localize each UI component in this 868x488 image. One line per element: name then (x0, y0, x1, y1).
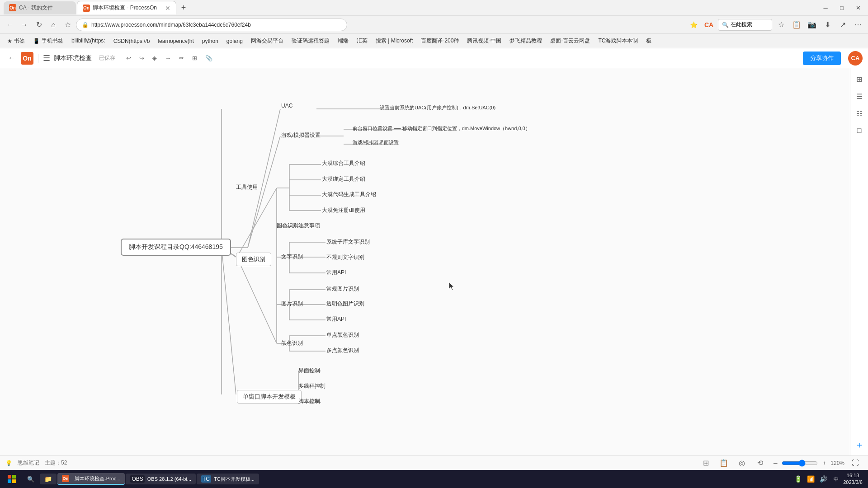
pattern-recog-node[interactable]: 图色识别 (236, 253, 271, 266)
zoom-out-button[interactable]: ─ (771, 459, 780, 468)
redo-button[interactable]: ↪ (136, 53, 148, 63)
bookmark-item-11[interactable]: 搜索 | Microsoft (372, 36, 416, 46)
zoom-in-button[interactable]: + (820, 459, 829, 468)
taskbar-search[interactable]: 🔍 (23, 471, 39, 487)
status-btn-3[interactable]: ◎ (735, 456, 749, 470)
home-button[interactable]: ⌂ (47, 19, 60, 31)
search-bar[interactable]: 🔍 在此搜索 (718, 19, 772, 31)
pen-tool-button[interactable]: ✏ (175, 53, 188, 63)
refresh-button[interactable]: ↻ (33, 19, 45, 31)
start-button[interactable] (2, 471, 22, 487)
game-child1[interactable]: 前台窗口位置设置 ── 移动指定窗口到指定位置，dm.MoveWindow（hw… (353, 125, 530, 132)
text-child2[interactable]: 不规则文字识别 (326, 253, 364, 261)
right-panel-btn-4[interactable]: □ (852, 123, 867, 138)
bookmark-item-2[interactable]: bilibili站(https: (68, 36, 109, 46)
bookmark-item-1[interactable]: 📱 手机书签 (29, 36, 67, 46)
close-button[interactable]: ✕ (852, 1, 864, 14)
text-recog-node[interactable]: 文字识别 (281, 253, 303, 261)
game-sim-node[interactable]: 游戏/模拟器设置 (281, 131, 321, 139)
text-child3[interactable]: 常用API (326, 269, 346, 277)
bookmark-button[interactable]: ☆ (61, 19, 74, 31)
undo-button[interactable]: ↩ (123, 53, 135, 63)
tool-child4[interactable]: 大漠免注册dll使用 (322, 206, 365, 214)
arrow-tool-button[interactable]: → (161, 53, 175, 63)
maximize-button[interactable]: □ (835, 1, 848, 14)
settings-button[interactable]: ⋯ (852, 19, 864, 31)
color-child1[interactable]: 单点颜色识别 (326, 331, 359, 339)
bookmark-item-6[interactable]: golang (223, 37, 246, 46)
screenshot-button[interactable]: 📷 (806, 19, 818, 31)
sw-child3[interactable]: 脚本控制 (298, 398, 320, 405)
bookmark-item-4[interactable]: learnopencv(ht (154, 37, 197, 46)
tab-active[interactable]: On 脚本环境检查 - ProcessOn ✕ (77, 1, 176, 14)
bookmark-item-9[interactable]: 端端 (334, 36, 352, 46)
status-btn-4[interactable]: ⟲ (753, 456, 767, 470)
theme-button[interactable]: ◈ (149, 53, 160, 63)
tool-use-node[interactable]: 工具使用 (236, 183, 258, 191)
right-panel-btn-2[interactable]: ☰ (852, 89, 867, 103)
close-icon[interactable]: ✕ (165, 5, 170, 12)
hamburger-icon[interactable]: ☰ (43, 53, 50, 63)
color-note-node[interactable]: 图色识别注意事项 (277, 222, 320, 230)
tool-child1[interactable]: 大漠综合工具介绍 (322, 160, 365, 167)
img-recog-node[interactable]: 图片识别 (281, 300, 303, 308)
taskbar-item-obs[interactable]: OBS OBS 28.1.2 (64-bi... (126, 474, 196, 484)
status-btn-1[interactable]: ⊞ (698, 456, 713, 470)
minimize-button[interactable]: ─ (819, 1, 832, 14)
share-nav-button[interactable]: ↗ (836, 19, 849, 31)
new-tab-button[interactable]: + (177, 1, 190, 14)
color-recog-node[interactable]: 颜色识别 (281, 339, 303, 347)
share-button[interactable]: 分享协作 (803, 52, 841, 65)
sw-child2[interactable]: 多线程控制 (298, 382, 326, 390)
collections-button[interactable]: 📋 (790, 19, 803, 31)
extensions-button[interactable]: ⭐ (687, 19, 700, 31)
bookmark-item-10[interactable]: 汇英 (353, 36, 371, 46)
zoom-slider[interactable] (782, 460, 818, 467)
kb-icon[interactable]: 中 (830, 474, 841, 484)
bookmark-item-17[interactable]: 极 (642, 36, 655, 46)
back-button[interactable]: ← (4, 19, 16, 31)
download-button[interactable]: ⬇ (821, 19, 834, 31)
img-child3[interactable]: 常用API (326, 315, 346, 323)
status-btn-2[interactable]: 📋 (717, 456, 731, 470)
single-window-node[interactable]: 单窗口脚本开发模板 (237, 390, 302, 404)
game-child2[interactable]: 游戏/模拟器界面设置 (353, 139, 399, 146)
taskbar-item-files[interactable]: 📁 (40, 474, 57, 484)
color-child2[interactable]: 多点颜色识别 (326, 347, 359, 354)
back-to-list-button[interactable]: ← (5, 52, 18, 65)
right-panel-btn-1[interactable]: ⊞ (852, 72, 867, 86)
profile-icon[interactable]: CA (848, 51, 863, 66)
root-node[interactable]: 脚本开发课程目录QQ:446468195 (121, 239, 231, 256)
taskbar-item-tc[interactable]: TC TC脚本开发模板... (197, 474, 259, 484)
table-tool-button[interactable]: ⊞ (189, 53, 201, 63)
bookmark-item-7[interactable]: 网游交易平台 (247, 36, 287, 46)
taskbar-item-proc[interactable]: On 脚本环境检查-Proc... (57, 473, 125, 485)
tool-child2[interactable]: 大漠绑定工具介绍 (322, 175, 365, 183)
bookmark-item-5[interactable]: python (198, 37, 222, 46)
bookmark-item-3[interactable]: CSDN(https://b (110, 37, 154, 46)
bookmark-item-8[interactable]: 验证码远程答题 (288, 36, 333, 46)
img-child2[interactable]: 透明色图片识别 (326, 300, 364, 308)
right-panel-btn-3[interactable]: ☷ (852, 106, 867, 121)
bookmark-item-16[interactable]: TC游戏脚本本制 (594, 36, 642, 46)
favorites-button[interactable]: ☆ (775, 19, 788, 31)
uac-child1[interactable]: 设置当前系统的UAC(用户账户控制)，dm.SetUAC(0) (380, 104, 495, 111)
bookmark-item-14[interactable]: 梦飞精品教程 (506, 36, 546, 46)
mindmap-area[interactable]: 脚本开发课程目录QQ:446468195 UAC 设置当前系统的UAC(用户账户… (0, 68, 850, 455)
bookmark-item-15[interactable]: 桌面-百云云网盘 (547, 36, 594, 46)
tool-child3[interactable]: 大漠代码生成工具介绍 (322, 191, 376, 198)
bookmark-item-0[interactable]: ★ 书签 (4, 36, 28, 46)
profile-button[interactable]: CA (703, 19, 715, 31)
address-bar[interactable]: 🔒 https://www.processon.com/mindmap/63fc… (76, 19, 347, 31)
tab-inactive[interactable]: On CA - 我的文件 (4, 1, 76, 14)
sw-child1[interactable]: 界面控制 (298, 367, 320, 375)
bookmark-item-13[interactable]: 腾讯视频-中国 (463, 36, 505, 46)
attach-button[interactable]: 📎 (202, 53, 216, 63)
right-panel-add-btn[interactable]: ＋ (852, 437, 867, 452)
bookmark-item-12[interactable]: 百度翻译-200种 (417, 36, 462, 46)
uac-node[interactable]: UAC (281, 103, 292, 109)
forward-button[interactable]: → (18, 19, 31, 31)
fullscreen-button[interactable]: ⛶ (848, 456, 863, 470)
text-child1[interactable]: 系统子库文字识别 (326, 238, 370, 246)
img-child1[interactable]: 常规图片识别 (326, 285, 359, 293)
